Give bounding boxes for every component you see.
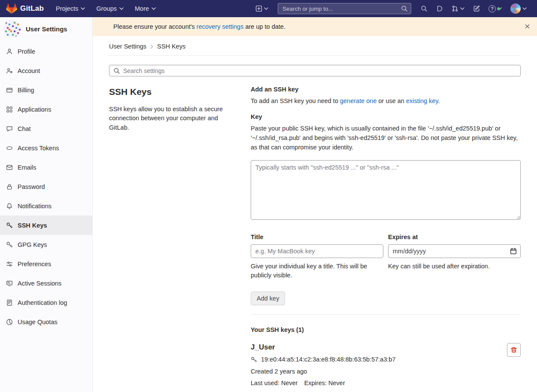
sidebar-item-password[interactable]: Password: [0, 177, 92, 196]
token-icon: [6, 145, 13, 152]
title-field: Title Give your individual key a title. …: [251, 234, 383, 280]
key-label: Key: [251, 113, 521, 120]
sidebar-title: User Settings: [26, 25, 67, 33]
settings-search: [109, 65, 521, 76]
your-ssh-keys-heading: Your SSH keys (1): [251, 326, 521, 333]
add-ssh-key-heading: Add an SSH key: [251, 86, 521, 93]
sidebar-item-ssh-keys[interactable]: SSH Keys: [0, 216, 92, 235]
todos-button[interactable]: [469, 5, 484, 12]
sidebar-item-label: Profile: [18, 48, 35, 55]
sidebar-item-label: Usage Quotas: [18, 319, 58, 325]
add-ssh-key-intro: To add an SSH key you need to generate o…: [251, 97, 521, 104]
ssh-key-details: J_User 19:e0:44:a5:14:c2:3a:e8:f8:48:8b:…: [251, 343, 396, 386]
expires-date-input[interactable]: [388, 244, 521, 258]
sidebar-item-label: Preferences: [18, 261, 51, 267]
top-navbar: GitLab Projects Groups More: [0, 0, 537, 17]
title-help-text: Give your individual key a title. This w…: [251, 262, 383, 280]
grid-icon: [6, 106, 13, 113]
identicon: [3, 20, 21, 37]
sidebar-item-billing[interactable]: Billing: [0, 80, 92, 100]
search-icon: [421, 5, 428, 12]
sidebar-header: User Settings: [0, 17, 92, 42]
sidebar-item-access-tokens[interactable]: Access Tokens: [0, 138, 92, 158]
close-icon: [525, 24, 530, 29]
ssh-key-created: Created 2 years ago: [251, 368, 396, 375]
settings-search-input[interactable]: [109, 65, 521, 76]
key-description: Paste your public SSH key, which is usua…: [251, 124, 521, 152]
sidebar-item-label: Applications: [18, 106, 51, 113]
gitlab-logo[interactable]: GitLab: [6, 3, 44, 14]
settings-content: User Settings SSH Keys SSH Keys SSH keys…: [93, 36, 537, 386]
breadcrumb-ssh-keys: SSH Keys: [157, 43, 185, 50]
settings-sidebar: User Settings Profile Account Billing Ap…: [0, 17, 93, 392]
question-icon: ?: [488, 5, 496, 12]
ssh-key-last-used: Last used: Never: [251, 380, 298, 386]
chevron-down-icon: [264, 7, 268, 10]
sidebar-item-label: Emails: [18, 164, 36, 171]
sidebar-item-label: Access Tokens: [18, 145, 59, 152]
new-menu[interactable]: [251, 5, 273, 12]
ssh-keys-section: SSH Keys SSH keys allow you to establish…: [109, 85, 521, 386]
recovery-settings-link[interactable]: recovery settings: [197, 23, 244, 30]
delete-key-button[interactable]: [507, 343, 521, 357]
pie-chart-icon: [6, 319, 13, 325]
alert-text-before: Please ensure your account's: [113, 23, 197, 30]
title-input[interactable]: [251, 244, 383, 258]
chevron-down-icon: [119, 7, 124, 10]
alert-text-after: are up to date.: [243, 23, 285, 30]
title-expires-row: Title Give your individual key a title. …: [251, 234, 521, 280]
sidebar-item-label: Authentication log: [18, 299, 67, 306]
sidebar-item-account[interactable]: Account: [0, 61, 92, 80]
credit-card-icon: [6, 87, 13, 94]
alert-close-button[interactable]: [522, 21, 532, 31]
chevron-down-icon: [522, 7, 527, 10]
key-icon: [6, 222, 13, 229]
intro-text: .: [438, 97, 440, 104]
sidebar-item-notifications[interactable]: Notifications: [0, 196, 92, 216]
sidebar-item-authentication-log[interactable]: Authentication log: [0, 293, 92, 312]
sidebar-item-emails[interactable]: Emails: [0, 158, 92, 177]
section-description-column: SSH Keys SSH keys allow you to establish…: [109, 85, 251, 386]
sidebar-item-applications[interactable]: Applications: [0, 100, 92, 119]
generate-one-link[interactable]: generate one: [340, 97, 376, 104]
ssh-key-name: J_User: [251, 343, 396, 352]
calendar-icon[interactable]: [510, 248, 517, 255]
more-menu[interactable]: More: [135, 5, 156, 12]
groups-menu-label: Groups: [96, 5, 117, 12]
sidebar-item-label: Billing: [18, 87, 34, 94]
intro-text: or use an: [376, 97, 406, 104]
merge-requests-menu[interactable]: [447, 5, 469, 12]
main-area: Please ensure your account's recovery se…: [93, 17, 537, 392]
help-menu[interactable]: ?: [484, 5, 506, 12]
status-dot: [497, 7, 500, 10]
add-key-button[interactable]: Add key: [251, 292, 285, 305]
breadcrumb: User Settings SSH Keys: [109, 36, 521, 56]
ssh-key-textarea[interactable]: [251, 160, 521, 220]
breadcrumb-user-settings[interactable]: User Settings: [109, 43, 146, 50]
sidebar-item-label: Account: [18, 67, 40, 74]
sidebar-item-chat[interactable]: Chat: [0, 119, 92, 138]
page-layout: User Settings Profile Account Billing Ap…: [0, 17, 537, 392]
groups-menu[interactable]: Groups: [96, 5, 124, 12]
ssh-key-meta: Last used: Never Expires: Never: [251, 380, 396, 386]
sidebar-item-preferences[interactable]: Preferences: [0, 254, 92, 273]
user-menu[interactable]: [506, 3, 531, 14]
sidebar-item-label: Notifications: [18, 203, 52, 210]
page-title: SSH Keys: [109, 87, 238, 97]
alert-text: Please ensure your account's recovery se…: [113, 23, 285, 30]
brand-name: GitLab: [20, 4, 44, 13]
sidebar-item-usage-quotas[interactable]: Usage Quotas: [0, 312, 92, 331]
title-label: Title: [251, 234, 383, 240]
projects-menu[interactable]: Projects: [56, 5, 85, 12]
sidebar-item-profile[interactable]: Profile: [0, 42, 92, 61]
trash-icon: [510, 346, 517, 353]
issues-button[interactable]: [432, 5, 447, 12]
search-button[interactable]: [416, 5, 432, 12]
lock-icon: [6, 183, 13, 190]
plus-square-icon: [255, 5, 262, 12]
expires-help-text: Key can still be used after expiration.: [388, 262, 521, 271]
sidebar-item-gpg-keys[interactable]: GPG Keys: [0, 235, 92, 254]
existing-key-link[interactable]: existing key: [406, 97, 438, 104]
sidebar-item-active-sessions[interactable]: Active Sessions: [0, 273, 92, 293]
global-search-input[interactable]: [278, 3, 411, 14]
